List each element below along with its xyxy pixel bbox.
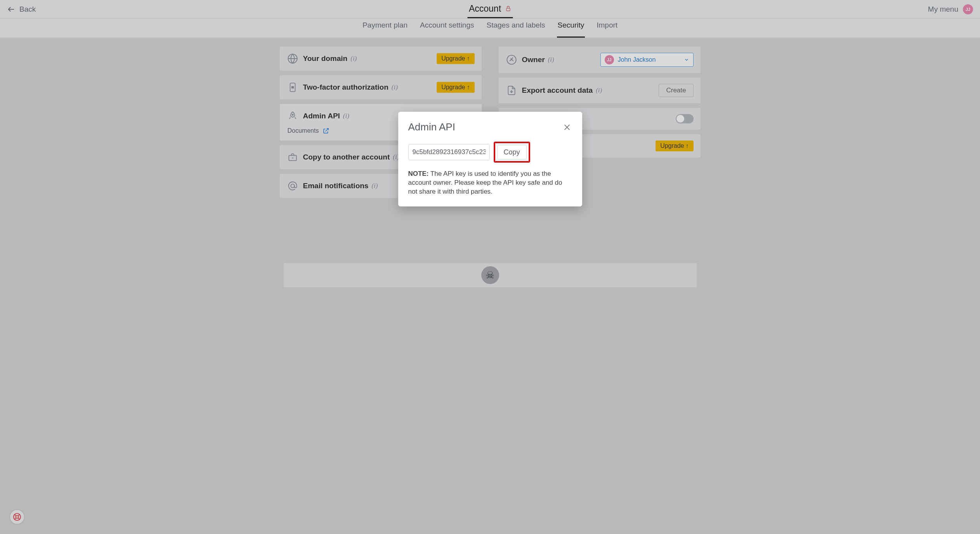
copy-button[interactable]: Copy <box>497 145 527 160</box>
copy-button-highlight: Copy <box>494 142 530 163</box>
close-icon[interactable] <box>562 122 572 132</box>
note-prefix: NOTE: <box>408 170 429 177</box>
admin-api-modal: Admin API Copy NOTE: The API key is used… <box>398 112 582 206</box>
api-key-input[interactable] <box>408 144 490 160</box>
note-body: The API key is used to identify you as t… <box>408 170 562 195</box>
modal-overlay[interactable] <box>0 0 980 534</box>
modal-title: Admin API <box>408 121 455 133</box>
modal-note: NOTE: The API key is used to identify yo… <box>408 170 572 196</box>
